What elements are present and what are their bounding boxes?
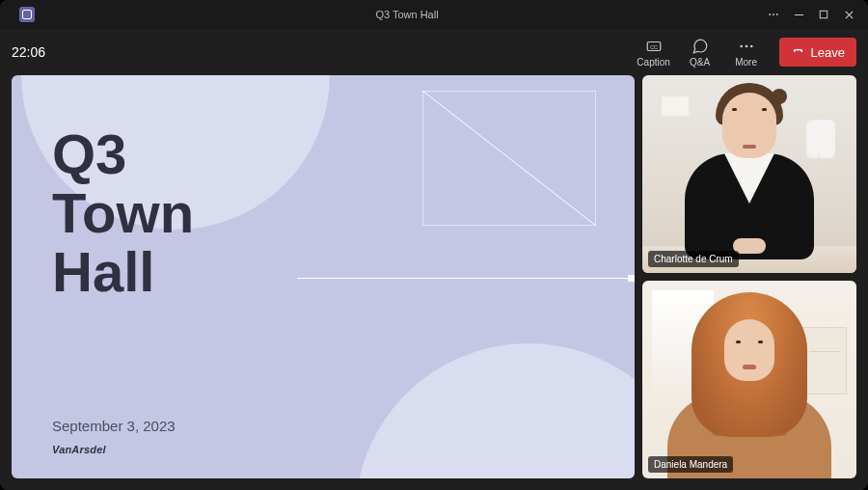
slide: Q3 Town Hall September 3, 2023 VanArsdel xyxy=(12,75,635,478)
meeting-content: Q3 Town Hall September 3, 2023 VanArsdel xyxy=(0,75,868,490)
slide-title-line2: Town xyxy=(52,184,194,243)
leave-button[interactable]: Leave xyxy=(779,38,856,67)
svg-point-1 xyxy=(773,14,774,15)
svg-point-0 xyxy=(769,14,771,15)
slide-brand: VanArsdel xyxy=(52,444,106,455)
participant-tile[interactable]: Charlotte de Crum xyxy=(642,75,856,273)
qa-button[interactable]: Q&A xyxy=(679,32,721,72)
svg-line-13 xyxy=(422,91,596,226)
window-title: Q3 Town Hall xyxy=(46,9,768,20)
title-bar: Q3 Town Hall xyxy=(0,0,868,29)
meeting-toolbar: 22:06 CC Caption Q&A More xyxy=(0,29,868,75)
slide-decor-line xyxy=(297,278,635,279)
qa-label: Q&A xyxy=(690,57,710,68)
svg-rect-4 xyxy=(820,11,827,18)
svg-point-9 xyxy=(740,44,743,47)
minimize-icon[interactable] xyxy=(793,9,804,20)
window-controls xyxy=(768,9,860,20)
participant-name: Charlotte de Crum xyxy=(648,251,739,267)
window-more-icon[interactable] xyxy=(768,9,779,20)
svg-point-11 xyxy=(749,44,752,47)
participant-name: Daniela Mandera xyxy=(648,456,733,473)
caption-button[interactable]: CC Caption xyxy=(633,32,675,72)
slide-title-line3: Hall xyxy=(52,243,194,302)
caption-icon: CC xyxy=(645,38,663,55)
title-bar-left xyxy=(8,7,46,22)
slide-decor-circle-bottom xyxy=(355,343,635,478)
toolbar-right: CC Caption Q&A More Leave xyxy=(633,32,856,72)
participant-tile[interactable]: Daniela Mandera xyxy=(642,281,856,478)
teams-logo-icon xyxy=(19,7,35,22)
more-label: More xyxy=(735,57,757,68)
slide-decor-triangle xyxy=(422,91,596,226)
caption-label: Caption xyxy=(637,57,669,68)
participant-video xyxy=(642,281,856,478)
more-icon xyxy=(738,38,755,55)
hangup-icon xyxy=(791,43,805,61)
participant-panel: Charlotte de Crum Daniela Mandera xyxy=(642,75,856,478)
chat-icon xyxy=(692,38,709,55)
svg-text:CC: CC xyxy=(650,43,658,49)
leave-label: Leave xyxy=(811,45,845,60)
slide-date: September 3, 2023 xyxy=(52,418,176,434)
close-icon[interactable] xyxy=(843,9,854,20)
maximize-icon[interactable] xyxy=(818,9,829,20)
slide-title: Q3 Town Hall xyxy=(52,125,194,302)
more-button[interactable]: More xyxy=(725,32,768,72)
call-duration: 22:06 xyxy=(12,44,45,60)
presentation-stage: Q3 Town Hall September 3, 2023 VanArsdel xyxy=(12,75,635,478)
svg-point-2 xyxy=(776,14,778,15)
participant-video xyxy=(642,75,856,273)
meeting-window: Q3 Town Hall 22:06 CC Caption xyxy=(0,0,868,490)
slide-title-line1: Q3 xyxy=(52,125,194,184)
svg-point-10 xyxy=(745,44,747,47)
